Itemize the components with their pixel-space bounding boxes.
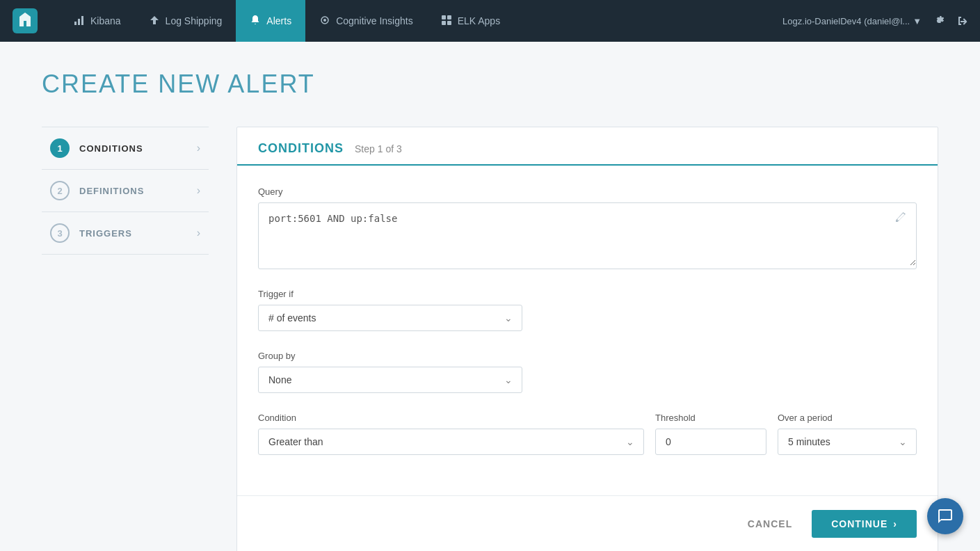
threshold-col: Threshold [655,413,766,455]
trigger-if-group: Trigger if # of events Unique count ⌄ [258,289,917,331]
logout-button[interactable] [956,15,969,27]
page-title: CREATE NEW ALERT [42,70,938,99]
step-2-chevron-icon: › [197,184,200,197]
nav-cognitive-insights-label: Cognitive Insights [336,15,413,26]
condition-select[interactable]: Greater than Less than Equal to Not equa… [258,429,644,455]
nav-alerts[interactable]: Alerts [236,0,305,42]
continue-label: CONTINUE [831,518,887,529]
user-chevron-icon: ▼ [913,16,922,26]
chat-icon [937,508,954,525]
log-shipping-icon [149,15,160,28]
trigger-if-label: Trigger if [258,289,917,299]
nav-user-label: Logz.io-DanielDev4 (daniel@l... [782,16,910,26]
logout-icon [956,15,969,27]
nav-log-shipping-label: Log Shipping [166,15,223,26]
logo-icon [11,7,39,35]
condition-col: Condition Greater than Less than Equal t… [258,413,644,455]
query-group: Query [258,186,917,269]
trigger-if-select[interactable]: # of events Unique count [258,305,522,331]
step-1-number: 1 [50,138,70,158]
nav-alerts-label: Alerts [266,15,291,26]
continue-arrow-icon: › [893,518,897,529]
panel-body: Query Trigger if [237,166,938,495]
step-1-chevron-icon: › [197,142,200,154]
svg-rect-3 [78,19,80,25]
alerts-icon [250,15,261,28]
period-label: Over a period [778,413,917,423]
svg-rect-2 [74,22,77,25]
step-conditions[interactable]: 1 CONDITIONS › [42,127,209,170]
step-3-chevron-icon: › [197,227,200,239]
query-input[interactable] [259,203,916,266]
edit-icon[interactable] [895,211,906,225]
query-box [258,202,917,269]
condition-label: Condition [258,413,644,423]
group-by-group: Group by None host service region ⌄ [258,351,917,393]
condition-group: Condition Greater than Less than Equal t… [258,413,917,455]
step-triggers[interactable]: 3 TRIGGERS › [42,212,209,255]
wizard-layout: 1 CONDITIONS › 2 DEFINITIONS › 3 [42,127,938,551]
panel-header: CONDITIONS Step 1 of 3 [237,127,938,166]
nav-elk-apps-label: ELK Apps [458,15,501,26]
svg-marker-5 [150,16,159,24]
query-label: Query [258,186,917,197]
step-2-label: DEFINITIONS [79,186,144,196]
condition-wrapper: Greater than Less than Equal to Not equa… [258,429,644,455]
continue-button[interactable]: CONTINUE › [812,510,917,538]
nav-right: Logz.io-DanielDev4 (daniel@l... ▼ [782,15,969,27]
steps-sidebar: 1 CONDITIONS › 2 DEFINITIONS › 3 [42,127,209,255]
logo[interactable] [11,7,43,35]
chat-bubble[interactable] [927,498,963,534]
settings-button[interactable] [933,15,945,27]
nav-elk-apps[interactable]: ELK Apps [427,0,515,42]
cognitive-icon [319,15,330,28]
nav-user[interactable]: Logz.io-DanielDev4 (daniel@l... ▼ [782,16,922,26]
trigger-if-wrapper: # of events Unique count ⌄ [258,305,522,331]
page-content: CREATE NEW ALERT 1 CONDITIONS › 2 DEFINI… [0,42,980,551]
step-3-number: 3 [50,223,70,243]
svg-rect-4 [81,16,83,25]
group-by-label: Group by [258,351,917,361]
panel-step-label: Step 1 of 3 [355,143,402,154]
step-definitions[interactable]: 2 DEFINITIONS › [42,170,209,212]
group-by-select[interactable]: None host service region [258,367,522,393]
svg-rect-9 [447,15,451,19]
step-3-label: TRIGGERS [79,228,132,239]
condition-row: Condition Greater than Less than Equal t… [258,413,917,455]
nav-log-shipping[interactable]: Log Shipping [135,0,236,42]
kibana-icon [74,15,85,28]
group-by-wrapper: None host service region ⌄ [258,367,522,393]
svg-point-7 [323,19,326,22]
step-2-number: 2 [50,181,70,200]
period-wrapper: 5 minutes 10 minutes 15 minutes 30 minut… [778,429,917,455]
panel-section-title: CONDITIONS [258,141,344,156]
content-panel: CONDITIONS Step 1 of 3 Query [236,127,938,551]
panel-footer: CANCEL CONTINUE › [237,495,938,551]
svg-rect-11 [447,21,451,25]
elk-apps-icon [441,15,452,28]
period-select[interactable]: 5 minutes 10 minutes 15 minutes 30 minut… [778,429,917,455]
threshold-input[interactable] [655,429,766,455]
threshold-label: Threshold [655,413,766,423]
navbar: Kibana Log Shipping Alerts Cognitive Ins… [0,0,980,42]
period-col: Over a period 5 minutes 10 minutes 15 mi… [778,413,917,455]
nav-cognitive-insights[interactable]: Cognitive Insights [305,0,427,42]
nav-items: Kibana Log Shipping Alerts Cognitive Ins… [60,0,782,42]
cancel-button[interactable]: CANCEL [737,511,803,536]
nav-kibana-label: Kibana [90,15,121,26]
svg-rect-8 [442,15,446,19]
svg-rect-10 [442,21,446,25]
step-1-label: CONDITIONS [79,143,143,154]
nav-kibana[interactable]: Kibana [60,0,135,42]
gear-icon [933,15,945,27]
